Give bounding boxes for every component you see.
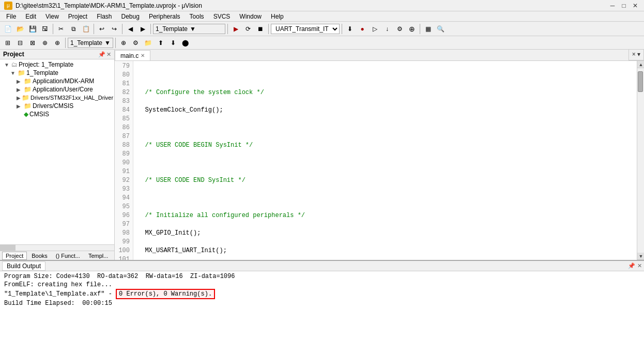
open-btn[interactable]: 📂 xyxy=(14,23,26,35)
t2-btn5[interactable]: ⊕ xyxy=(52,37,63,49)
run-btn[interactable]: ▷ xyxy=(369,23,380,35)
tree-drivers-hal-label: Drivers/STM32F1xx_HAL_Driver xyxy=(30,95,113,101)
settings-btn[interactable]: ⚙ xyxy=(394,23,405,35)
menu-tools[interactable]: Tools xyxy=(186,12,208,21)
tab-pin-btn[interactable]: × ▾ xyxy=(628,49,644,60)
paste-btn[interactable]: 📋 xyxy=(80,23,91,35)
minimize-button[interactable]: ─ xyxy=(608,1,617,10)
new-file-btn[interactable]: 📄 xyxy=(2,23,13,35)
rebuild-btn[interactable]: ⟳ xyxy=(242,23,254,35)
tree-cmsis-label: CMSIS xyxy=(29,111,49,118)
prev-btn[interactable]: ◀ xyxy=(125,23,136,35)
find-btn[interactable]: 🔍 xyxy=(435,23,446,35)
redo-btn[interactable]: ↪ xyxy=(109,23,120,35)
t2-target[interactable]: 1_Template ▼ xyxy=(68,38,113,48)
stop-btn[interactable]: ⏹ xyxy=(255,23,266,35)
menu-peripherals[interactable]: Peripherals xyxy=(145,12,185,21)
menu-flash[interactable]: Flash xyxy=(93,12,116,21)
expand-icon-app-mdk: ▶ xyxy=(17,79,23,84)
bottom-panel-pin[interactable]: 📌 xyxy=(628,262,635,269)
panel-pin-btn[interactable]: 📌 xyxy=(98,51,105,58)
save-btn[interactable]: 💾 xyxy=(27,23,38,35)
panel-close-btn[interactable]: ✕ xyxy=(106,51,111,58)
t2-btn1[interactable]: ⊞ xyxy=(2,37,13,49)
folder-icon-1t: 📁 xyxy=(18,69,25,76)
pbt-funct[interactable]: () Funct... xyxy=(52,252,84,260)
menu-edit[interactable]: Edit xyxy=(21,12,40,21)
next-btn[interactable]: ▶ xyxy=(137,23,148,35)
build-line-1: Program Size: Code=4130 RO-data=362 RW-d… xyxy=(4,272,640,281)
menu-svcs[interactable]: SVCS xyxy=(209,12,235,21)
tree-drivers-hal[interactable]: ▶ 📁 Drivers/STM32F1xx_HAL_Driver xyxy=(0,94,114,102)
tree-cmsis[interactable]: ◆ CMSIS xyxy=(0,110,114,118)
tree-drivers-cmsis[interactable]: ▶ 📁 Drivers/CMSIS xyxy=(0,102,114,110)
code-editor[interactable]: 79 80 81 82 83 84 85 86 87 88 89 90 91 9… xyxy=(115,61,637,260)
menu-view[interactable]: View xyxy=(41,12,63,21)
menu-file[interactable]: File xyxy=(2,12,20,21)
tree-root-label: Project: 1_Template xyxy=(19,61,73,68)
scroll-down-arrow[interactable]: ▼ xyxy=(637,253,644,260)
menu-project[interactable]: Project xyxy=(64,12,91,21)
target-selector[interactable]: 1_Template ▼ xyxy=(153,24,225,34)
close-button[interactable]: ✕ xyxy=(631,1,640,10)
t2-btn2[interactable]: ⊟ xyxy=(14,37,26,49)
zoom-btn[interactable]: ⊕ xyxy=(406,23,418,35)
build-output-content: Program Size: Code=4130 RO-data=362 RW-d… xyxy=(0,271,644,340)
scroll-thumb[interactable] xyxy=(638,71,643,92)
folder-icon-app-mdk: 📁 xyxy=(24,78,32,85)
tab-close-icon[interactable]: ✕ xyxy=(141,53,145,58)
expand-icon-cmsis xyxy=(17,112,23,117)
debug-start-btn[interactable]: ● xyxy=(357,23,368,35)
save-all-btn[interactable]: 🖫 xyxy=(39,23,51,35)
pbt-books[interactable]: Books xyxy=(28,252,51,260)
project-bottom-tabs: Project Books () Funct... Templ... xyxy=(0,251,114,260)
tree-1template[interactable]: ▼ 📁 1_Template xyxy=(0,69,114,77)
menu-window[interactable]: Window xyxy=(235,12,266,21)
diamond-icon-cmsis: ◆ xyxy=(24,111,28,118)
pbt-templ[interactable]: Templ... xyxy=(85,252,112,260)
main-layout: Project 📌 ✕ ▼ 🗂 Project: 1_Template ▼ 📁 … xyxy=(0,50,644,260)
tree-app-user-label: Application/User/Core xyxy=(33,86,93,93)
copy-btn[interactable]: ⧉ xyxy=(68,23,79,35)
scroll-up-arrow[interactable]: ▲ xyxy=(637,61,644,68)
expand-icon-drivers-cmsis: ▶ xyxy=(17,103,23,109)
folder-icon-app-user: 📁 xyxy=(24,86,32,93)
t2-btn3[interactable]: ⊠ xyxy=(27,37,38,49)
t2-add-btn[interactable]: ⊕ xyxy=(118,37,129,49)
build-btn[interactable]: ▶ xyxy=(230,23,241,35)
menu-help[interactable]: Help xyxy=(267,12,288,21)
undo-btn[interactable]: ↩ xyxy=(96,23,108,35)
title-bar: μ D:\gitee\stm32\1_Template\MDK-ARM\1_Te… xyxy=(0,0,644,11)
t2-folder-btn[interactable]: 📁 xyxy=(143,37,154,49)
project-hscroll[interactable] xyxy=(0,244,114,251)
t2-btn4[interactable]: ⊕ xyxy=(39,37,51,49)
download-btn[interactable]: ⬇ xyxy=(344,23,356,35)
t2-arrow1[interactable]: ⬆ xyxy=(155,37,166,49)
expand-icon: ▼ xyxy=(4,62,10,68)
t2-config-btn[interactable]: ⚙ xyxy=(130,37,142,49)
window-title: D:\gitee\stm32\1_Template\MDK-ARM\1_Temp… xyxy=(16,2,202,9)
t2-target-label: 1_Template xyxy=(70,39,102,47)
expand-icon-1t: ▼ xyxy=(10,70,17,76)
t2-arrow2[interactable]: ⬇ xyxy=(167,37,179,49)
main-editor-wrapper: 79 80 81 82 83 84 85 86 87 88 89 90 91 9… xyxy=(115,61,644,260)
folder-icon-drivers-cmsis: 📁 xyxy=(24,102,32,110)
t2-icon1[interactable]: ⬤ xyxy=(180,37,191,49)
bottom-panel-close[interactable]: ✕ xyxy=(637,262,642,269)
restore-button[interactable]: □ xyxy=(619,1,628,10)
code-content[interactable]: /* Configure the system clock */ SystemC… xyxy=(133,61,637,260)
pbt-project[interactable]: Project xyxy=(2,252,27,260)
menu-debug[interactable]: Debug xyxy=(117,12,144,21)
layout-btn[interactable]: ▦ xyxy=(422,23,434,35)
bottom-tab-build[interactable]: Build Output xyxy=(2,261,45,271)
step-into-btn[interactable]: ↓ xyxy=(381,23,393,35)
tab-main-c[interactable]: main.c ✕ xyxy=(115,50,150,60)
project-panel-header: Project 📌 ✕ xyxy=(0,50,114,59)
tree-root[interactable]: ▼ 🗂 Project: 1_Template xyxy=(0,60,114,69)
editor-vscroll[interactable]: ▲ ▼ xyxy=(637,61,644,260)
target-config-dropdown[interactable]: UART_Transmit_IT xyxy=(271,24,340,34)
tree-app-mdk[interactable]: ▶ 📁 Application/MDK-ARM xyxy=(0,77,114,85)
cut-btn[interactable]: ✂ xyxy=(55,23,67,35)
app-icon: μ xyxy=(4,2,12,10)
tree-app-user[interactable]: ▶ 📁 Application/User/Core xyxy=(0,85,114,94)
